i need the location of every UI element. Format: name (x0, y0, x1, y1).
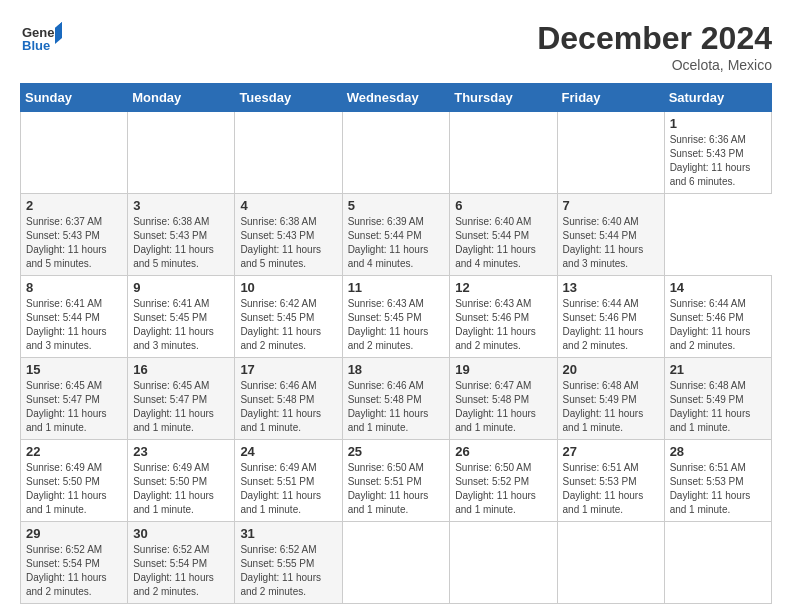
day-info: Sunrise: 6:50 AMSunset: 5:52 PMDaylight:… (455, 461, 551, 517)
day-info: Sunrise: 6:49 AMSunset: 5:50 PMDaylight:… (26, 461, 122, 517)
day-info: Sunrise: 6:45 AMSunset: 5:47 PMDaylight:… (133, 379, 229, 435)
calendar-cell: 2Sunrise: 6:37 AMSunset: 5:43 PMDaylight… (21, 194, 128, 276)
day-info: Sunrise: 6:38 AMSunset: 5:43 PMDaylight:… (133, 215, 229, 271)
day-number: 25 (348, 444, 445, 459)
calendar-cell: 6Sunrise: 6:40 AMSunset: 5:44 PMDaylight… (450, 194, 557, 276)
day-number: 16 (133, 362, 229, 377)
day-info: Sunrise: 6:37 AMSunset: 5:43 PMDaylight:… (26, 215, 122, 271)
calendar-cell: 4Sunrise: 6:38 AMSunset: 5:43 PMDaylight… (235, 194, 342, 276)
day-number: 6 (455, 198, 551, 213)
calendar-cell (342, 522, 450, 604)
day-info: Sunrise: 6:44 AMSunset: 5:46 PMDaylight:… (563, 297, 659, 353)
day-number: 23 (133, 444, 229, 459)
calendar-cell: 18Sunrise: 6:46 AMSunset: 5:48 PMDayligh… (342, 358, 450, 440)
calendar-cell: 16Sunrise: 6:45 AMSunset: 5:47 PMDayligh… (128, 358, 235, 440)
calendar-cell: 21Sunrise: 6:48 AMSunset: 5:49 PMDayligh… (664, 358, 771, 440)
day-info: Sunrise: 6:45 AMSunset: 5:47 PMDaylight:… (26, 379, 122, 435)
day-info: Sunrise: 6:38 AMSunset: 5:43 PMDaylight:… (240, 215, 336, 271)
calendar-cell: 27Sunrise: 6:51 AMSunset: 5:53 PMDayligh… (557, 440, 664, 522)
day-info: Sunrise: 6:41 AMSunset: 5:44 PMDaylight:… (26, 297, 122, 353)
day-info: Sunrise: 6:48 AMSunset: 5:49 PMDaylight:… (563, 379, 659, 435)
calendar-cell: 3Sunrise: 6:38 AMSunset: 5:43 PMDaylight… (128, 194, 235, 276)
calendar-header-wednesday: Wednesday (342, 84, 450, 112)
calendar-cell: 24Sunrise: 6:49 AMSunset: 5:51 PMDayligh… (235, 440, 342, 522)
day-info: Sunrise: 6:51 AMSunset: 5:53 PMDaylight:… (563, 461, 659, 517)
calendar-header-row: SundayMondayTuesdayWednesdayThursdayFrid… (21, 84, 772, 112)
calendar-header-tuesday: Tuesday (235, 84, 342, 112)
day-number: 3 (133, 198, 229, 213)
calendar-cell (450, 522, 557, 604)
calendar-week-row: 15Sunrise: 6:45 AMSunset: 5:47 PMDayligh… (21, 358, 772, 440)
day-info: Sunrise: 6:41 AMSunset: 5:45 PMDaylight:… (133, 297, 229, 353)
calendar-week-row: 2Sunrise: 6:37 AMSunset: 5:43 PMDaylight… (21, 194, 772, 276)
day-info: Sunrise: 6:51 AMSunset: 5:53 PMDaylight:… (670, 461, 766, 517)
calendar-cell: 14Sunrise: 6:44 AMSunset: 5:46 PMDayligh… (664, 276, 771, 358)
day-info: Sunrise: 6:40 AMSunset: 5:44 PMDaylight:… (455, 215, 551, 271)
month-title: December 2024 (537, 20, 772, 57)
day-info: Sunrise: 6:39 AMSunset: 5:44 PMDaylight:… (348, 215, 445, 271)
day-info: Sunrise: 6:47 AMSunset: 5:48 PMDaylight:… (455, 379, 551, 435)
day-info: Sunrise: 6:52 AMSunset: 5:54 PMDaylight:… (26, 543, 122, 599)
day-number: 24 (240, 444, 336, 459)
day-number: 28 (670, 444, 766, 459)
calendar-cell: 30Sunrise: 6:52 AMSunset: 5:54 PMDayligh… (128, 522, 235, 604)
calendar-header-saturday: Saturday (664, 84, 771, 112)
calendar-week-row: 29Sunrise: 6:52 AMSunset: 5:54 PMDayligh… (21, 522, 772, 604)
calendar-week-row: 22Sunrise: 6:49 AMSunset: 5:50 PMDayligh… (21, 440, 772, 522)
calendar-cell: 20Sunrise: 6:48 AMSunset: 5:49 PMDayligh… (557, 358, 664, 440)
day-info: Sunrise: 6:46 AMSunset: 5:48 PMDaylight:… (240, 379, 336, 435)
day-number: 29 (26, 526, 122, 541)
day-number: 26 (455, 444, 551, 459)
calendar-cell (21, 112, 128, 194)
day-info: Sunrise: 6:36 AMSunset: 5:43 PMDaylight:… (670, 133, 766, 189)
calendar-cell (450, 112, 557, 194)
day-info: Sunrise: 6:40 AMSunset: 5:44 PMDaylight:… (563, 215, 659, 271)
calendar-cell: 11Sunrise: 6:43 AMSunset: 5:45 PMDayligh… (342, 276, 450, 358)
day-info: Sunrise: 6:44 AMSunset: 5:46 PMDaylight:… (670, 297, 766, 353)
day-number: 10 (240, 280, 336, 295)
day-info: Sunrise: 6:52 AMSunset: 5:54 PMDaylight:… (133, 543, 229, 599)
location: Ocelota, Mexico (537, 57, 772, 73)
day-number: 4 (240, 198, 336, 213)
page-header: General Blue December 2024 Ocelota, Mexi… (20, 20, 772, 73)
logo-icon: General Blue (20, 20, 62, 62)
calendar-cell: 22Sunrise: 6:49 AMSunset: 5:50 PMDayligh… (21, 440, 128, 522)
day-number: 14 (670, 280, 766, 295)
calendar-table: SundayMondayTuesdayWednesdayThursdayFrid… (20, 83, 772, 604)
calendar-cell: 7Sunrise: 6:40 AMSunset: 5:44 PMDaylight… (557, 194, 664, 276)
calendar-cell: 17Sunrise: 6:46 AMSunset: 5:48 PMDayligh… (235, 358, 342, 440)
day-number: 13 (563, 280, 659, 295)
calendar-cell: 28Sunrise: 6:51 AMSunset: 5:53 PMDayligh… (664, 440, 771, 522)
day-number: 11 (348, 280, 445, 295)
calendar-cell: 15Sunrise: 6:45 AMSunset: 5:47 PMDayligh… (21, 358, 128, 440)
calendar-cell: 31Sunrise: 6:52 AMSunset: 5:55 PMDayligh… (235, 522, 342, 604)
calendar-week-row: 1Sunrise: 6:36 AMSunset: 5:43 PMDaylight… (21, 112, 772, 194)
day-number: 5 (348, 198, 445, 213)
calendar-cell: 12Sunrise: 6:43 AMSunset: 5:46 PMDayligh… (450, 276, 557, 358)
day-info: Sunrise: 6:48 AMSunset: 5:49 PMDaylight:… (670, 379, 766, 435)
day-number: 8 (26, 280, 122, 295)
day-number: 22 (26, 444, 122, 459)
calendar-cell: 1Sunrise: 6:36 AMSunset: 5:43 PMDaylight… (664, 112, 771, 194)
calendar-cell: 23Sunrise: 6:49 AMSunset: 5:50 PMDayligh… (128, 440, 235, 522)
calendar-cell: 25Sunrise: 6:50 AMSunset: 5:51 PMDayligh… (342, 440, 450, 522)
day-info: Sunrise: 6:52 AMSunset: 5:55 PMDaylight:… (240, 543, 336, 599)
day-number: 15 (26, 362, 122, 377)
day-number: 31 (240, 526, 336, 541)
calendar-cell (557, 112, 664, 194)
calendar-cell: 29Sunrise: 6:52 AMSunset: 5:54 PMDayligh… (21, 522, 128, 604)
title-area: December 2024 Ocelota, Mexico (537, 20, 772, 73)
day-info: Sunrise: 6:49 AMSunset: 5:51 PMDaylight:… (240, 461, 336, 517)
day-number: 21 (670, 362, 766, 377)
calendar-cell (235, 112, 342, 194)
day-number: 12 (455, 280, 551, 295)
calendar-cell (128, 112, 235, 194)
calendar-header-sunday: Sunday (21, 84, 128, 112)
day-number: 27 (563, 444, 659, 459)
calendar-header-friday: Friday (557, 84, 664, 112)
calendar-cell: 9Sunrise: 6:41 AMSunset: 5:45 PMDaylight… (128, 276, 235, 358)
day-info: Sunrise: 6:50 AMSunset: 5:51 PMDaylight:… (348, 461, 445, 517)
day-number: 17 (240, 362, 336, 377)
calendar-cell (342, 112, 450, 194)
day-number: 19 (455, 362, 551, 377)
